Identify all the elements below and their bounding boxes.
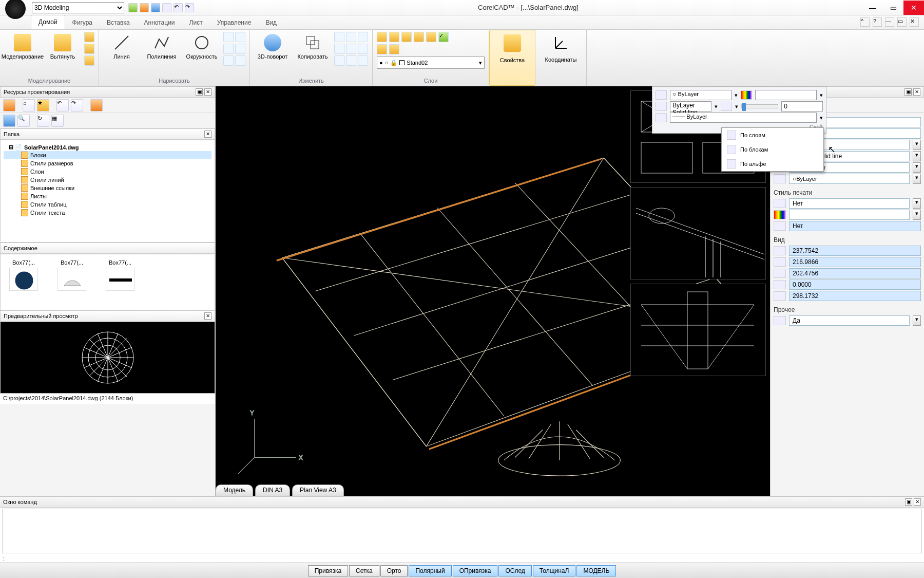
- sphere-icon[interactable]: [84, 44, 94, 54]
- hatch-icon[interactable]: [235, 44, 245, 54]
- view-mode-icon[interactable]: ▦: [51, 115, 64, 127]
- chevron-down-icon[interactable]: ▾: [913, 315, 921, 326]
- command-prompt[interactable]: :: [0, 554, 924, 563]
- esnap-button[interactable]: ОПривязка: [453, 565, 498, 576]
- tab-insert[interactable]: Вставка: [100, 16, 137, 29]
- tab-sheet[interactable]: Лист: [182, 16, 210, 29]
- lineweight-combo[interactable]: —— ByLayer: [670, 113, 817, 123]
- chevron-down-icon[interactable]: ▾: [913, 174, 921, 184]
- menu-item-by-block[interactable]: По блокам: [722, 142, 823, 157]
- model-button[interactable]: МОДЕЛЬ: [576, 565, 616, 576]
- colortable-field[interactable]: [789, 210, 910, 220]
- layout-tab-2[interactable]: Plan View A3: [292, 484, 344, 497]
- tab-figure[interactable]: Фигура: [65, 16, 100, 29]
- camera-h[interactable]: 298.1732: [789, 291, 921, 301]
- close-preview-icon[interactable]: ✕: [204, 312, 211, 320]
- mdi-minimize-icon[interactable]: —: [885, 17, 894, 27]
- layer-freeze-icon[interactable]: [401, 32, 412, 42]
- scale-icon[interactable]: [346, 55, 356, 66]
- etrack-button[interactable]: ОСлед: [498, 565, 531, 576]
- close-button[interactable]: ✕: [903, 1, 924, 15]
- layer-lock-icon[interactable]: [414, 32, 424, 42]
- tree-node-blocks[interactable]: Блоки: [4, 151, 211, 159]
- chevron-down-icon[interactable]: ▾: [913, 140, 921, 150]
- transparency-value[interactable]: [781, 101, 823, 111]
- minimize-button[interactable]: —: [862, 1, 883, 15]
- modeling-button[interactable]: Моделирование: [4, 32, 41, 60]
- open-folder-icon[interactable]: [3, 99, 15, 111]
- thumb-1[interactable]: Box77(...: [7, 259, 41, 308]
- app-icon[interactable]: [5, 0, 26, 19]
- home-icon[interactable]: ⌂: [23, 99, 35, 111]
- refresh-icon[interactable]: [90, 99, 103, 111]
- torus-icon[interactable]: [84, 55, 94, 66]
- pin-icon[interactable]: ▣: [905, 498, 912, 506]
- extend-icon[interactable]: [358, 44, 368, 54]
- point-icon[interactable]: [235, 55, 245, 66]
- layer-off-icon[interactable]: [426, 32, 436, 42]
- redo-icon[interactable]: ↷: [185, 3, 194, 12]
- tree-node-dimstyles[interactable]: Стили размеров: [4, 159, 211, 167]
- array-icon[interactable]: [334, 32, 344, 42]
- tree-node-xrefs[interactable]: Внешние ссылки: [4, 184, 211, 192]
- undo-icon[interactable]: ↶: [174, 3, 183, 12]
- entcolor-field[interactable]: ○ ByLayer: [789, 174, 910, 184]
- layer-states-icon[interactable]: [377, 44, 387, 54]
- other-field[interactable]: Да: [789, 315, 910, 326]
- layout-tab-1[interactable]: DIN A3: [255, 484, 290, 497]
- help-icon[interactable]: ?: [873, 17, 882, 27]
- box-icon[interactable]: [84, 32, 94, 42]
- layer-match-icon[interactable]: ✓: [438, 32, 449, 42]
- polar-button[interactable]: Полярный: [409, 565, 451, 576]
- linestyle-combo[interactable]: ByLayer Solid line: [670, 101, 711, 111]
- mini-view-side[interactable]: [630, 187, 766, 279]
- pin-icon[interactable]: ▣: [196, 88, 203, 96]
- command-body[interactable]: [2, 509, 922, 553]
- transparency-icon[interactable]: [721, 102, 732, 111]
- chevron-down-icon[interactable]: ▾: [913, 151, 921, 161]
- tree-node-layers[interactable]: Слои: [4, 167, 211, 176]
- grid-button[interactable]: Сетка: [349, 565, 379, 576]
- offset-icon[interactable]: [346, 44, 356, 54]
- layer-props-icon[interactable]: [377, 32, 387, 42]
- mirror-icon[interactable]: [334, 55, 344, 66]
- camera-x[interactable]: 237.7542: [789, 246, 921, 256]
- collapse-icon[interactable]: ^: [860, 17, 870, 27]
- rotate3d-button[interactable]: 3D-поворот: [254, 32, 291, 60]
- layer-prev-icon[interactable]: [389, 44, 399, 54]
- print-icon[interactable]: [162, 3, 171, 12]
- panel-coords[interactable]: Координаты: [535, 30, 587, 86]
- fillet-icon[interactable]: [334, 44, 344, 54]
- mdi-restore-icon[interactable]: ▭: [897, 17, 907, 27]
- spline-icon[interactable]: [223, 55, 234, 66]
- tree-node-textstyles[interactable]: Стили текста: [4, 209, 211, 217]
- save-icon[interactable]: [151, 3, 160, 12]
- explode-icon[interactable]: [358, 55, 368, 66]
- line-button[interactable]: Линия: [103, 32, 140, 60]
- lweight-button[interactable]: ТолщинаЛ: [533, 565, 576, 576]
- close-panel-icon[interactable]: ✕: [914, 498, 921, 506]
- layer-combo[interactable]: ●○🔒 Stand02▾: [377, 57, 485, 69]
- arc-icon[interactable]: [223, 32, 234, 42]
- resource-tree[interactable]: ⊟ 📄 SolarPanel2014.dwg Блоки Стили разме…: [0, 140, 215, 243]
- chevron-down-icon[interactable]: ▾: [913, 210, 921, 220]
- trim-icon[interactable]: [358, 32, 368, 42]
- search-icon[interactable]: 🔍: [17, 115, 30, 127]
- chevron-down-icon[interactable]: ▾: [913, 198, 921, 209]
- circle-button[interactable]: Окружность: [183, 32, 220, 60]
- tab-view[interactable]: Вид: [258, 16, 284, 29]
- tab-home[interactable]: Домой: [31, 15, 65, 29]
- ellipse-icon[interactable]: [223, 44, 234, 54]
- copy-button[interactable]: Копировать: [294, 32, 331, 60]
- viewport[interactable]: Y X: [216, 86, 770, 496]
- tab-manage[interactable]: Управление: [210, 16, 259, 29]
- forward-icon[interactable]: ↷: [71, 99, 83, 111]
- tree-node-linestyles[interactable]: Стили линий: [4, 176, 211, 184]
- close-panel-icon[interactable]: ✕: [204, 88, 211, 96]
- camera-a[interactable]: 0.0000: [789, 279, 921, 290]
- rect-icon[interactable]: [235, 32, 245, 42]
- maximize-button[interactable]: ▭: [883, 1, 903, 15]
- menu-item-by-layer[interactable]: По слоям: [722, 128, 823, 142]
- tree-icon[interactable]: [3, 115, 15, 127]
- thumb-2[interactable]: Box77(...: [55, 259, 89, 308]
